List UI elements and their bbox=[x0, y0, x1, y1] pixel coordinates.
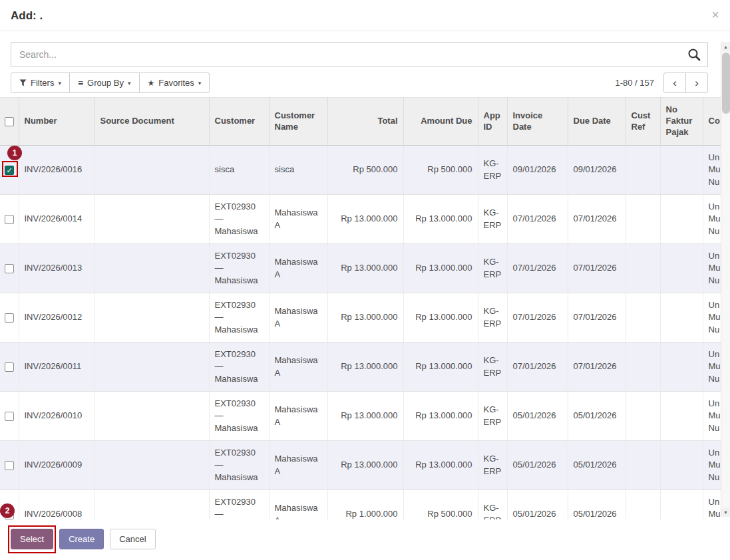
cell-cust-ref bbox=[626, 490, 660, 520]
cell-customer: sisca bbox=[209, 146, 269, 195]
cancel-button[interactable]: Cancel bbox=[110, 529, 155, 549]
cell-customer-name: Mahasiswa A bbox=[269, 392, 327, 441]
column-header[interactable]: Amount Due bbox=[403, 98, 478, 146]
filters-button[interactable]: Filters ▾ bbox=[11, 72, 70, 93]
vertical-scrollbar[interactable]: ▲ ▼ bbox=[721, 42, 730, 517]
cell-customer: EXT02930 — Mahasiswa bbox=[209, 195, 269, 244]
row-checkbox[interactable] bbox=[5, 362, 14, 372]
cell-due-date: 07/01/2026 bbox=[568, 244, 626, 293]
favorites-button[interactable]: ★ Favorites ▾ bbox=[139, 72, 210, 93]
table-row[interactable]: INV/2026/0010 EXT02930 — Mahasiswa Mahas… bbox=[0, 392, 721, 441]
scroll-up-icon[interactable]: ▲ bbox=[721, 42, 730, 51]
cell-company: Un Mu Nu bbox=[703, 293, 721, 343]
cell-customer: EXT02930 — Mahasiswa bbox=[209, 441, 269, 490]
column-header[interactable]: Co bbox=[703, 98, 721, 146]
cell-due-date: 07/01/2026 bbox=[568, 343, 626, 392]
search-input[interactable] bbox=[11, 42, 708, 67]
caret-down-icon: ▾ bbox=[128, 80, 131, 86]
pager-previous-button[interactable]: ‹ bbox=[663, 72, 686, 93]
select-all-checkbox[interactable] bbox=[5, 117, 14, 126]
table-row[interactable]: INV/2026/0009 EXT02930 — Mahasiswa Mahas… bbox=[0, 441, 721, 490]
row-checkbox-cell bbox=[0, 441, 19, 490]
cell-company: Un Mu Nu bbox=[703, 490, 721, 520]
cell-invoice-date: 05/01/2026 bbox=[507, 490, 568, 520]
cell-invoice-date: 09/01/2026 bbox=[507, 146, 568, 195]
column-header[interactable]: Customer Name bbox=[269, 98, 327, 146]
cell-total: Rp 13.000.000 bbox=[327, 392, 403, 441]
cell-customer-name: Mahasiswa A bbox=[269, 441, 327, 490]
cell-number: INV/2026/0010 bbox=[19, 392, 94, 441]
column-header[interactable]: App ID bbox=[478, 98, 507, 146]
row-checkbox[interactable] bbox=[5, 313, 14, 323]
column-header[interactable]: Due Date bbox=[568, 98, 626, 146]
column-header[interactable]: Invoice Date bbox=[507, 98, 568, 146]
invoice-table: NumberSource DocumentCustomerCustomer Na… bbox=[0, 97, 721, 519]
column-header[interactable]: Source Document bbox=[94, 98, 209, 146]
cell-customer-name: Mahasiswa A bbox=[269, 490, 327, 520]
search-icon[interactable] bbox=[687, 47, 701, 64]
cell-no-faktur-pajak bbox=[660, 244, 703, 293]
cell-invoice-date: 07/01/2026 bbox=[507, 195, 568, 244]
cell-due-date: 09/01/2026 bbox=[568, 146, 626, 195]
row-checkbox[interactable] bbox=[5, 215, 14, 224]
cell-invoice-date: 07/01/2026 bbox=[507, 244, 568, 293]
row-checkbox[interactable] bbox=[5, 264, 14, 273]
cell-app-id: KG-ERP bbox=[478, 146, 507, 195]
table-row[interactable]: INV/2026/0012 EXT02930 — Mahasiswa Mahas… bbox=[0, 293, 721, 343]
cell-source-document bbox=[94, 392, 209, 441]
column-header[interactable]: Total bbox=[327, 98, 403, 146]
annotation-step1-badge: 1 bbox=[7, 146, 22, 160]
table-row[interactable]: ✓ INV/2026/0016 sisca sisca Rp 500.000 R… bbox=[0, 146, 721, 195]
cell-customer-name: Mahasiswa A bbox=[269, 195, 327, 244]
table-row[interactable]: INV/2026/0013 EXT02930 — Mahasiswa Mahas… bbox=[0, 244, 721, 293]
scroll-down-icon[interactable]: ▼ bbox=[721, 507, 730, 517]
star-icon: ★ bbox=[148, 78, 155, 88]
cell-source-document bbox=[94, 343, 209, 392]
row-checkbox-cell bbox=[0, 392, 19, 441]
table-row[interactable]: INV/2026/0008 EXT02930 — Mahasiswa Mahas… bbox=[0, 490, 721, 520]
table-row[interactable]: INV/2026/0014 EXT02930 — Mahasiswa Mahas… bbox=[0, 195, 721, 244]
search-bar bbox=[11, 42, 708, 67]
cell-company: Un Mu Nu bbox=[703, 195, 721, 244]
pager-next-button[interactable]: › bbox=[685, 72, 708, 93]
caret-down-icon: ▾ bbox=[58, 80, 61, 86]
cell-amount-due: Rp 13.000.000 bbox=[403, 244, 478, 293]
row-checkbox[interactable] bbox=[5, 412, 14, 421]
row-checkbox-cell bbox=[0, 195, 19, 244]
cell-amount-due: Rp 13.000.000 bbox=[403, 441, 478, 490]
modal-footer: Select Create Cancel bbox=[0, 519, 730, 559]
column-header[interactable]: Customer bbox=[209, 98, 269, 146]
cell-customer-name: Mahasiswa A bbox=[269, 293, 327, 343]
close-icon[interactable]: × bbox=[711, 8, 719, 21]
cell-cust-ref bbox=[626, 392, 660, 441]
column-header[interactable]: Number bbox=[19, 98, 94, 146]
row-checkbox[interactable] bbox=[5, 461, 14, 470]
cell-total: Rp 13.000.000 bbox=[327, 244, 403, 293]
scrollbar-thumb[interactable] bbox=[722, 53, 730, 114]
create-button[interactable]: Create bbox=[59, 529, 104, 549]
caret-down-icon: ▾ bbox=[198, 80, 202, 86]
cell-due-date: 05/01/2026 bbox=[568, 441, 626, 490]
cell-company: Un Mu Nu bbox=[703, 146, 721, 195]
modal-body: Filters ▾ ≡ Group By ▾ ★ Favorites ▾ 1-8… bbox=[0, 31, 730, 519]
cell-customer-name: Mahasiswa A bbox=[269, 244, 327, 293]
modal-title: Add: . bbox=[11, 9, 43, 22]
cell-no-faktur-pajak bbox=[660, 490, 703, 520]
annotation-step1-highlight-box bbox=[2, 161, 18, 177]
cell-amount-due: Rp 13.000.000 bbox=[403, 293, 478, 343]
search-options-group: Filters ▾ ≡ Group By ▾ ★ Favorites ▾ bbox=[11, 72, 210, 93]
group-by-label: Group By bbox=[87, 78, 124, 88]
column-header[interactable]: Cust Ref bbox=[626, 98, 660, 146]
group-by-button[interactable]: ≡ Group By ▾ bbox=[69, 72, 140, 93]
column-header[interactable]: No Faktur Pajak bbox=[660, 98, 703, 146]
cell-company: Un Mu Nu bbox=[703, 441, 721, 490]
pager-range: 1-80 / 157 bbox=[615, 78, 654, 88]
cell-company: Un Mu Nu bbox=[703, 244, 721, 293]
cell-app-id: KG-ERP bbox=[478, 392, 507, 441]
table-row[interactable]: INV/2026/0011 EXT02930 — Mahasiswa Mahas… bbox=[0, 343, 721, 392]
cell-company: Un Mu Nu bbox=[703, 343, 721, 392]
cell-cust-ref bbox=[626, 293, 660, 343]
favorites-label: Favorites bbox=[158, 78, 194, 88]
cell-no-faktur-pajak bbox=[660, 293, 703, 343]
filters-label: Filters bbox=[31, 78, 54, 88]
